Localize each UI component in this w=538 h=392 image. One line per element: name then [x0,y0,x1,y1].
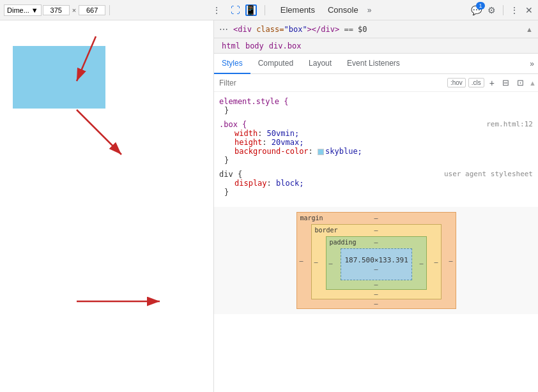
content-size: 187.500×133.391 [345,256,408,264]
box-model-section: margin – – – – border – – – – [214,207,538,314]
dimension-selector: Dime... ▼ × [4,4,105,16]
toggle-icon-1[interactable]: ⊟ [500,77,512,88]
padding-bottom-value[interactable]: – [374,281,378,288]
height-input[interactable] [79,5,105,15]
more-icon[interactable]: ⋮ [211,4,222,16]
more-options-icon[interactable]: ⋮ [509,4,520,16]
hov-filter-button[interactable]: :hov [447,78,466,87]
scroll-up-icon[interactable]: ▲ [526,26,533,33]
blue-box-element [13,46,105,109]
element-dollar: $0 [358,25,367,34]
margin-top-value[interactable]: – [374,215,378,222]
filter-actions: :hov .cls + ⊟ ⊡ ▲ [447,77,533,89]
tab-event-listeners[interactable]: Event Listeners [339,54,408,74]
filter-bar: :hov .cls + ⊟ ⊡ ▲ [214,74,538,92]
margin-bottom-value[interactable]: – [374,300,378,307]
chevron-down-icon: ▼ [31,6,38,14]
devtools-dots[interactable]: ⋯ [219,24,228,34]
color-swatch[interactable] [318,149,324,155]
box-height-property[interactable]: height: 20vmax; [219,138,533,147]
tab-computed[interactable]: Computed [250,54,301,74]
padding-left-value[interactable]: – [329,260,333,267]
border-right-value[interactable]: – [434,259,438,266]
colon-1: : [257,129,266,138]
scroll-indicator: ▲ [529,79,533,87]
margin-left-value[interactable]: – [300,257,304,264]
notification-badge: 1 [476,2,485,10]
add-rule-button[interactable]: + [487,77,497,89]
padding-top-value[interactable]: – [374,239,378,246]
dimension-dropdown[interactable]: Dime... ▼ [4,4,42,16]
breadcrumb-html[interactable]: html [219,41,243,50]
breadcrumb-bar: html body div.box [214,38,538,54]
tab-console[interactable]: Console [321,1,365,19]
cls-filter-button[interactable]: .cls [468,78,484,87]
box-content[interactable]: 187.500×133.391 – [341,248,412,280]
device-icon[interactable]: 📱 [245,4,257,16]
box-bgcolor-value: skyblue; [325,147,362,156]
element-tag-close: ></div> [307,25,340,34]
box-bgcolor-property[interactable]: background-color: skyblue; [219,147,533,156]
colon-2: : [262,138,271,147]
colon-3: : [309,147,318,156]
panel-tabs-more[interactable]: » [526,56,538,72]
red-arrow-2 [64,103,141,167]
box-source[interactable]: rem.html:12 [486,120,533,129]
devtools-element-header: ⋯ <div class="box"></div> == $0 ▲ [214,20,538,38]
toggle-icon-2[interactable]: ⊡ [514,77,526,88]
tab-elements[interactable]: Elements [274,1,321,19]
top-toolbar: Dime... ▼ × ⋮ ⛶ 📱 Elements Console » 💬 1… [0,0,538,20]
content-bottom-value: – [374,266,378,273]
div-rule: div { user agent stylesheet display: blo… [214,167,538,199]
box-margin: margin – – – – border – – – – [296,212,456,309]
border-label: border [315,227,338,234]
tab-layout[interactable]: Layout [301,54,339,74]
close-button[interactable]: ✕ [524,4,534,17]
border-top-value[interactable]: – [374,227,378,234]
breadcrumb-divbox[interactable]: div.box [266,41,304,50]
div-display-value: block; [276,179,304,188]
toolbar-separator-1 [109,5,110,15]
box-width-value: 50vmin; [267,129,300,138]
padding-right-value[interactable]: – [419,260,423,267]
border-bottom-value[interactable]: – [374,290,378,298]
box-selector: .box { [219,120,247,129]
more-tabs-icon[interactable]: » [367,6,372,15]
red-arrow-3 [64,263,179,333]
div-display-property[interactable]: display: block; [219,179,533,188]
box-rule-close: } [219,156,533,165]
tab-styles[interactable]: Styles [214,54,250,74]
badge-container[interactable]: 💬 1 [471,4,482,16]
colon-4: : [267,179,276,188]
margin-label: margin [300,215,323,222]
element-equals: == [344,25,358,34]
margin-right-value[interactable]: – [449,257,452,264]
width-input[interactable] [43,5,70,15]
inspect-icon[interactable]: ⛶ [230,4,242,16]
css-rules-content: element.style { } .box { rem.html:12 wid… [214,92,538,392]
element-style-selector: element.style { [219,97,288,106]
element-style-close: } [219,106,533,115]
filter-input[interactable] [219,79,443,87]
box-width-property[interactable]: width: 50vmin; [219,129,533,138]
element-attr-val: "box" [284,25,307,34]
box-model-container: margin – – – – border – – – – [296,212,456,309]
border-left-value[interactable]: – [314,259,318,266]
element-tag-open: <div [233,25,256,34]
box-bgcolor-name: background-color [234,147,309,156]
box-width-name: width [234,129,257,138]
settings-icon[interactable]: ⚙ [486,4,498,16]
box-rule: .box { rem.html:12 width: 50vmin; height… [214,117,538,167]
element-path: <div class="box"></div> == $0 [233,25,367,34]
div-rule-close: } [219,188,533,197]
svg-line-3 [77,110,121,155]
div-selector: div { [219,170,242,179]
webpage-preview [0,20,214,392]
breadcrumb-body[interactable]: body [243,41,266,50]
box-height-value: 20vmax; [272,138,304,147]
devtools-panel: ⋯ <div class="box"></div> == $0 ▲ html b… [214,20,538,392]
element-style-rule: element.style { } [214,94,538,117]
dimension-x-separator: × [71,6,77,14]
toolbar-icons: ⋮ [211,4,222,16]
box-padding: padding – – – – 187.500×133.391 – [326,236,427,290]
